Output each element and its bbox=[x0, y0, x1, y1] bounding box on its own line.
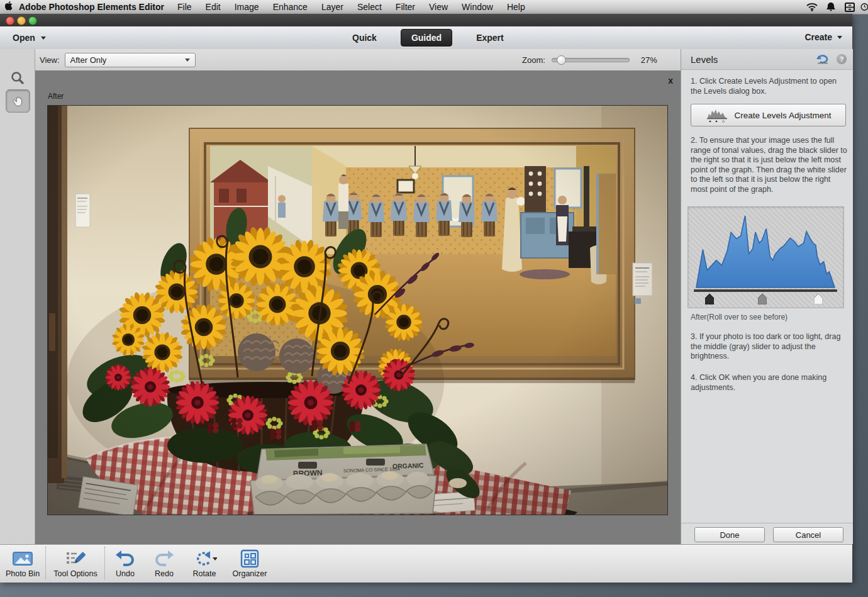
undo-button[interactable]: Undo bbox=[106, 545, 145, 578]
hand-icon bbox=[11, 94, 26, 109]
traffic-light-minimize-button[interactable] bbox=[17, 16, 26, 25]
create-button[interactable]: Create bbox=[804, 32, 842, 42]
photo-bin-icon bbox=[11, 548, 34, 569]
levels-step-2: 2. To ensure that your image uses the fu… bbox=[691, 136, 849, 194]
wifi-icon[interactable] bbox=[803, 0, 821, 14]
undo-label: Undo bbox=[116, 569, 135, 578]
help-icon[interactable]: ? bbox=[834, 53, 849, 65]
zoom-label: Zoom: bbox=[522, 55, 545, 65]
zoom-tool-button[interactable] bbox=[6, 67, 29, 89]
tab-expert[interactable]: Expert bbox=[469, 30, 511, 45]
menu-filter[interactable]: Filter bbox=[389, 2, 422, 12]
gray-point-slider[interactable] bbox=[758, 294, 767, 304]
traffic-light-close-button[interactable] bbox=[6, 16, 14, 25]
menu-window[interactable]: Window bbox=[455, 2, 500, 12]
redo-button[interactable]: Redo bbox=[145, 545, 184, 578]
mode-bar: Open Quick Guided Expert Create bbox=[0, 26, 852, 50]
clock-icon[interactable] bbox=[859, 0, 868, 14]
menu-help[interactable]: Help bbox=[500, 2, 532, 12]
open-button-label: Open bbox=[13, 33, 35, 43]
rotate-icon bbox=[192, 548, 217, 569]
organizer-button[interactable]: Organizer bbox=[225, 545, 274, 578]
chevron-down-icon bbox=[41, 36, 46, 40]
window-titlebar[interactable] bbox=[0, 14, 852, 26]
zoom-slider-knob[interactable] bbox=[557, 55, 566, 65]
rotate-label: Rotate bbox=[193, 569, 216, 578]
open-button[interactable]: Open bbox=[13, 33, 46, 43]
menu-layer[interactable]: Layer bbox=[314, 2, 350, 12]
macos-menubar: Adobe Photoshop Elements Editor File Edi… bbox=[0, 0, 868, 14]
levels-step-3: 3. If your photo is too dark or too ligh… bbox=[691, 332, 849, 362]
apple-menu-icon[interactable] bbox=[0, 1, 19, 13]
levels-panel: Levels ? 1. Click Create Levels Adjustme… bbox=[681, 49, 853, 544]
panel-title: Levels bbox=[691, 54, 815, 65]
tab-guided[interactable]: Guided bbox=[401, 29, 452, 47]
tool-options-button[interactable]: Tool Options bbox=[47, 545, 104, 578]
levels-panel-footer: Done Cancel bbox=[681, 523, 853, 544]
tool-options-icon bbox=[64, 548, 87, 569]
mini-histogram-icon bbox=[706, 108, 728, 123]
menu-image[interactable]: Image bbox=[228, 2, 266, 12]
menubar-app-name[interactable]: Adobe Photoshop Elements Editor bbox=[19, 2, 164, 12]
white-point-slider[interactable] bbox=[814, 294, 823, 304]
levels-step-1: 1. Click Create Levels Adjustment to ope… bbox=[691, 77, 849, 96]
tool-strip bbox=[0, 49, 35, 544]
photo-bin-button[interactable]: Photo Bin bbox=[0, 545, 45, 578]
traffic-light-zoom-button[interactable] bbox=[28, 16, 37, 25]
after-view-label: After bbox=[48, 92, 64, 101]
view-dropdown-value: After Only bbox=[70, 55, 185, 65]
redo-icon bbox=[153, 548, 175, 569]
menu-edit[interactable]: Edit bbox=[199, 2, 228, 12]
menu-enhance[interactable]: Enhance bbox=[266, 2, 314, 12]
tab-quick[interactable]: Quick bbox=[345, 30, 384, 45]
create-button-label: Create bbox=[804, 32, 832, 42]
menu-select[interactable]: Select bbox=[350, 2, 389, 12]
done-button[interactable]: Done bbox=[694, 527, 765, 542]
notification-icon[interactable] bbox=[821, 0, 840, 14]
zoom-value: 27% bbox=[641, 55, 666, 65]
options-bar: View: After Only Zoom: 27% bbox=[35, 49, 681, 71]
drawer-icon[interactable] bbox=[840, 0, 859, 14]
levels-histogram-box bbox=[687, 206, 844, 308]
levels-panel-header: Levels ? bbox=[681, 49, 853, 70]
menu-view[interactable]: View bbox=[422, 2, 455, 12]
redo-label: Redo bbox=[155, 569, 174, 578]
histogram-caption: After(Roll over to see before) bbox=[691, 313, 787, 321]
black-point-slider[interactable] bbox=[705, 294, 714, 304]
levels-step-4: 4. Click OK when you are done making adj… bbox=[691, 373, 849, 393]
editor-canvas: After x bbox=[35, 70, 681, 544]
photo-bin-label: Photo Bin bbox=[6, 569, 40, 578]
create-levels-adjustment-button[interactable]: Create Levels Adjustment bbox=[691, 104, 846, 126]
app-window: Open Quick Guided Expert Create View: Af… bbox=[0, 14, 852, 582]
hand-tool-button[interactable] bbox=[6, 89, 30, 113]
cancel-button[interactable]: Cancel bbox=[773, 527, 843, 542]
bottom-taskbar: Photo Bin Tool Options Undo Redo R bbox=[0, 544, 852, 583]
menu-file[interactable]: File bbox=[170, 2, 199, 12]
magnifier-icon bbox=[10, 70, 25, 86]
chevron-down-icon bbox=[185, 59, 190, 62]
reset-panel-icon[interactable] bbox=[815, 53, 830, 65]
create-levels-adjustment-label: Create Levels Adjustment bbox=[735, 111, 832, 120]
view-dropdown[interactable]: After Only bbox=[65, 53, 196, 67]
tool-options-label: Tool Options bbox=[53, 569, 97, 578]
histogram-baseline bbox=[694, 289, 837, 292]
rotate-button[interactable]: Rotate bbox=[184, 545, 225, 578]
organizer-label: Organizer bbox=[233, 569, 267, 578]
photo-after-preview[interactable]: BROWN SONOMA CO SINCE 1954 ORGANIC bbox=[47, 105, 668, 515]
close-guided-edit-button[interactable]: x bbox=[668, 75, 673, 86]
view-label: View: bbox=[40, 55, 60, 65]
zoom-slider[interactable] bbox=[552, 58, 630, 62]
chevron-down-icon bbox=[837, 36, 842, 39]
undo-icon bbox=[114, 548, 136, 569]
levels-histogram-chart bbox=[694, 213, 837, 289]
organizer-icon bbox=[240, 548, 260, 569]
